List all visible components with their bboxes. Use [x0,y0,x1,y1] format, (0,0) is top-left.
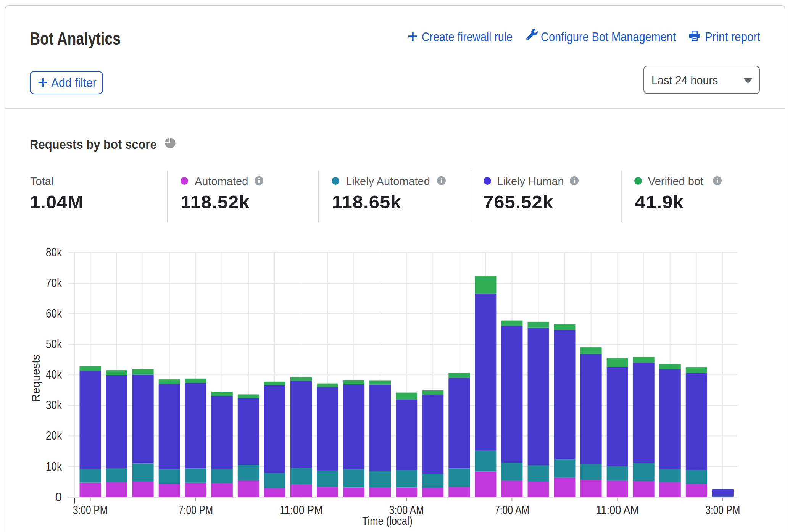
svg-text:Time (local): Time (local) [362,514,413,527]
svg-text:80k: 80k [46,246,62,259]
svg-text:20k: 20k [46,429,62,442]
svg-text:0: 0 [55,490,62,504]
svg-text:40k: 40k [46,368,62,381]
svg-text:3:00 PM: 3:00 PM [73,503,108,517]
svg-text:7:00 AM: 7:00 AM [495,503,529,517]
svg-text:11:00 PM: 11:00 PM [280,503,323,517]
svg-text:11:00 AM: 11:00 AM [596,503,639,517]
svg-text:10k: 10k [46,460,62,473]
svg-text:60k: 60k [46,307,62,320]
svg-text:3:00 PM: 3:00 PM [705,503,740,517]
svg-text:50k: 50k [46,337,62,351]
svg-text:7:00 PM: 7:00 PM [178,503,213,517]
svg-text:70k: 70k [46,276,62,290]
svg-text:30k: 30k [46,398,62,412]
svg-text:Requests: Requests [29,355,42,402]
